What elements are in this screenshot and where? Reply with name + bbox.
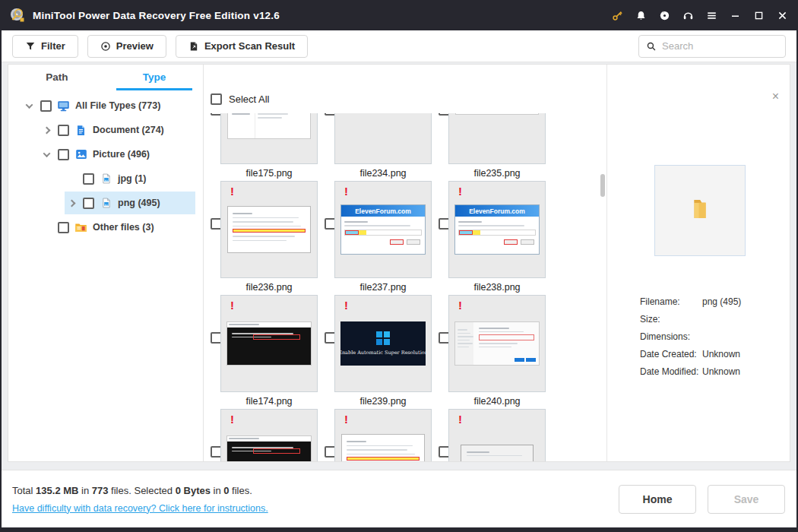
file-thumbnail[interactable]: !: [220, 113, 318, 164]
close-icon[interactable]: [776, 9, 789, 22]
panel-close-icon[interactable]: ×: [772, 90, 779, 103]
main-area: Path Type All File Types (773)Document (…: [2, 62, 796, 470]
file-name: file239.png: [334, 396, 432, 407]
file-type-tree: All File Types (773)Document (274)Pictur…: [8, 90, 203, 239]
tree-checkbox[interactable]: [83, 198, 94, 209]
picture-icon: [74, 147, 88, 161]
details-panel: × Filename:png (495)Size:Dimensions:Date…: [606, 65, 790, 461]
tab-path[interactable]: Path: [8, 65, 106, 90]
maximize-icon[interactable]: [752, 9, 765, 22]
chevron-right-icon[interactable]: [44, 128, 58, 133]
file-thumbnail[interactable]: !ElevenForum.com: [448, 181, 546, 278]
disc-icon[interactable]: [658, 9, 671, 22]
error-mark-icon: !: [458, 413, 462, 425]
minimize-icon[interactable]: [729, 9, 742, 22]
thumbnail-image-settings-graphics: [454, 321, 540, 366]
save-button[interactable]: Save: [708, 485, 785, 514]
tree-checkbox[interactable]: [58, 222, 69, 233]
tree-item-picture[interactable]: Picture (496): [8, 142, 203, 166]
tree-item-all[interactable]: All File Types (773): [8, 93, 203, 118]
tree-checkbox[interactable]: [58, 149, 69, 160]
tree-item-other[interactable]: Other files (3): [8, 215, 203, 239]
error-mark-icon: !: [230, 185, 234, 197]
preview-button-label: Preview: [116, 40, 154, 52]
file-thumbnail[interactable]: !ElevenForum.com: [334, 181, 432, 278]
detail-label: Date Created:: [640, 349, 702, 359]
bell-icon[interactable]: [635, 9, 648, 22]
document-icon: [74, 123, 88, 137]
home-button[interactable]: Home: [619, 485, 696, 514]
tree-checkbox[interactable]: [58, 125, 69, 136]
image-file-icon: [99, 172, 113, 185]
file-name: file235.png: [448, 168, 546, 179]
tree-checkbox[interactable]: [40, 100, 52, 112]
file-name: file238.png: [448, 282, 546, 293]
file-thumbnail[interactable]: !: [220, 181, 318, 278]
content-card: Path Type All File Types (773)Document (…: [8, 64, 790, 462]
file-cell: !ElevenForum.comfile237.png: [334, 181, 432, 293]
tab-type-label: Type: [143, 71, 166, 83]
chevron-down-icon[interactable]: [27, 103, 40, 109]
search-icon: [646, 41, 657, 52]
detail-row: Size:: [640, 310, 784, 328]
file-name: file237.png: [334, 282, 432, 293]
file-cell: !: [448, 409, 546, 461]
file-thumbnail[interactable]: !: [334, 113, 432, 164]
tree-item-png[interactable]: png (495): [8, 191, 203, 215]
grid-scrollbar-thumb[interactable]: [600, 174, 605, 197]
thumbnail-image-dialog-fragment: [461, 445, 534, 461]
tree-item-jpg[interactable]: jpg (1): [8, 166, 203, 191]
search-input[interactable]: [662, 40, 778, 52]
select-all-checkbox[interactable]: [211, 93, 222, 105]
tree-item-document[interactable]: Document (274): [8, 118, 203, 142]
tree-item-label: Other files (3): [93, 222, 154, 233]
chevron-down-icon[interactable]: [44, 152, 58, 157]
tree-item-label: png (495): [118, 198, 160, 208]
preview-button[interactable]: Preview: [87, 35, 166, 58]
status-bar: Total 135.2 MB in 773 files. Selected 0 …: [2, 470, 796, 527]
export-button-label: Export Scan Result: [204, 40, 295, 52]
file-cell: !file240.png: [448, 295, 546, 407]
file-thumbnail[interactable]: !: [220, 409, 318, 461]
titlebar: MiniTool Power Data Recovery Free Editio…: [0, 0, 798, 30]
export-scan-result-button[interactable]: Export Scan Result: [176, 35, 308, 58]
error-mark-icon: !: [344, 299, 348, 311]
file-thumbnail[interactable]: !Enable Automatic Super Resolution: [334, 295, 432, 392]
key-icon[interactable]: [611, 9, 624, 22]
headset-icon[interactable]: [682, 9, 695, 22]
help-link[interactable]: Have difficulty with data recovery? Clic…: [12, 503, 268, 514]
file-thumbnail[interactable]: !: [448, 409, 546, 461]
thumbnail-image-console: [226, 321, 312, 366]
toolbar: Filter Preview Export Scan Result: [2, 30, 796, 62]
filter-button-label: Filter: [41, 40, 65, 52]
file-cell: !ElevenForum.comfile238.png: [448, 181, 546, 293]
file-details: Filename:png (495)Size:Dimensions:Date C…: [640, 293, 784, 380]
tree-item-label: Picture (496): [93, 149, 150, 160]
thumbnail-image-registry-highlight: [227, 206, 311, 253]
chevron-right-icon[interactable]: [69, 201, 83, 206]
file-thumbnail[interactable]: !: [448, 113, 546, 164]
tree-checkbox[interactable]: [83, 173, 94, 185]
export-file-icon: [188, 41, 199, 52]
detail-label: Date Modified:: [640, 366, 702, 377]
titlebar-icons: [611, 9, 789, 22]
app-logo-icon: [9, 7, 26, 24]
image-file-icon: [99, 196, 113, 210]
search-box[interactable]: [638, 35, 786, 58]
file-thumbnail[interactable]: !: [334, 409, 432, 461]
detail-row: Filename:png (495): [640, 293, 784, 310]
file-thumbnail[interactable]: !: [220, 295, 318, 392]
file-name: file174.png: [220, 396, 318, 407]
filter-button[interactable]: Filter: [12, 35, 78, 58]
sidebar-tabs: Path Type: [8, 65, 203, 90]
detail-value: Unknown: [702, 349, 740, 359]
tree-item-label: jpg (1): [118, 173, 147, 184]
tab-type[interactable]: Type: [106, 65, 203, 90]
detail-row: Dimensions:: [640, 328, 784, 345]
thumbnail-image-windows-logo: Enable Automatic Super Resolution: [340, 321, 426, 366]
file-thumbnail[interactable]: !: [448, 295, 546, 392]
menu-icon[interactable]: [705, 9, 718, 22]
tab-path-label: Path: [46, 71, 68, 83]
file-cell: !file235.png: [448, 113, 546, 179]
grid-row: !file175.png!file234.png!file235.png: [204, 113, 607, 181]
